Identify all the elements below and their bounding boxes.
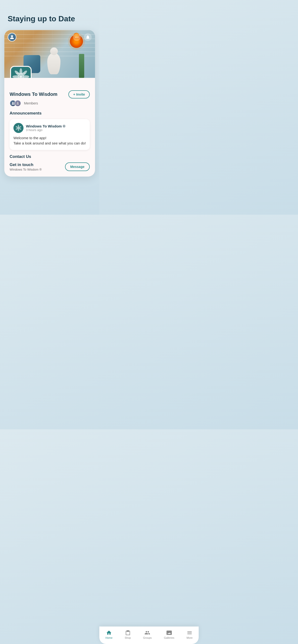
svg-point-3 bbox=[78, 37, 78, 38]
member-avatars bbox=[10, 100, 19, 106]
announcements-title: Announcements bbox=[10, 111, 90, 116]
group-name: Windows To Wisdom bbox=[10, 92, 57, 97]
members-label: Members bbox=[24, 101, 38, 105]
announce-avatar bbox=[14, 123, 24, 133]
user-avatar[interactable] bbox=[8, 33, 16, 42]
members-row: Members bbox=[10, 100, 90, 106]
more-options-button[interactable] bbox=[73, 33, 81, 41]
page-title: Staying up to Date bbox=[0, 0, 99, 30]
announcement-card: Windows To Wisdom ® 3 hours ago Welcome … bbox=[10, 119, 90, 150]
svg-point-18 bbox=[17, 102, 18, 103]
hero-vase bbox=[79, 54, 84, 78]
hero-topbar bbox=[4, 33, 95, 42]
main-card: WINDOWS TO WISDOM Windows To Wisdom + In… bbox=[4, 30, 95, 176]
contact-title: Contact Us bbox=[10, 154, 90, 159]
announce-author: Windows To Wisdom ® bbox=[26, 124, 66, 128]
logo-inner: WINDOWS TO WISDOM bbox=[12, 67, 30, 78]
announce-meta: Windows To Wisdom ® 3 hours ago bbox=[26, 124, 66, 132]
svg-point-1 bbox=[75, 37, 76, 38]
announce-time: 3 hours ago bbox=[26, 128, 66, 132]
svg-point-26 bbox=[18, 128, 19, 128]
hero-buddha bbox=[47, 53, 60, 74]
svg-text:WINDOWS TO: WINDOWS TO bbox=[17, 72, 25, 74]
hero-actions bbox=[73, 33, 92, 41]
page-wrapper: Staying up to Date bbox=[0, 0, 99, 215]
svg-point-17 bbox=[12, 102, 14, 103]
contact-row: Get in touch Windows To Wisdom ® Message bbox=[10, 162, 90, 171]
invite-button[interactable]: + Invite bbox=[68, 90, 90, 98]
contact-section: Contact Us Get in touch Windows To Wisdo… bbox=[10, 154, 90, 171]
announce-body: Welcome to the app!Take a look around an… bbox=[14, 135, 86, 146]
contact-sub: Windows To Wisdom ® bbox=[10, 168, 42, 171]
get-in-touch-label: Get in touch bbox=[10, 162, 42, 167]
svg-point-2 bbox=[77, 37, 77, 38]
group-logo: WINDOWS TO WISDOM bbox=[10, 66, 32, 78]
group-header: Windows To Wisdom + Invite bbox=[10, 90, 90, 98]
svg-point-0 bbox=[11, 35, 13, 37]
member-avatar-2 bbox=[14, 100, 21, 106]
card-content: Windows To Wisdom + Invite bbox=[4, 78, 95, 176]
contact-info: Get in touch Windows To Wisdom ® bbox=[10, 162, 42, 171]
svg-point-14 bbox=[20, 76, 22, 78]
message-button[interactable]: Message bbox=[65, 162, 90, 171]
hero-image: WINDOWS TO WISDOM bbox=[4, 30, 95, 78]
announcement-header: Windows To Wisdom ® 3 hours ago bbox=[14, 123, 86, 133]
notification-button[interactable] bbox=[84, 33, 92, 41]
